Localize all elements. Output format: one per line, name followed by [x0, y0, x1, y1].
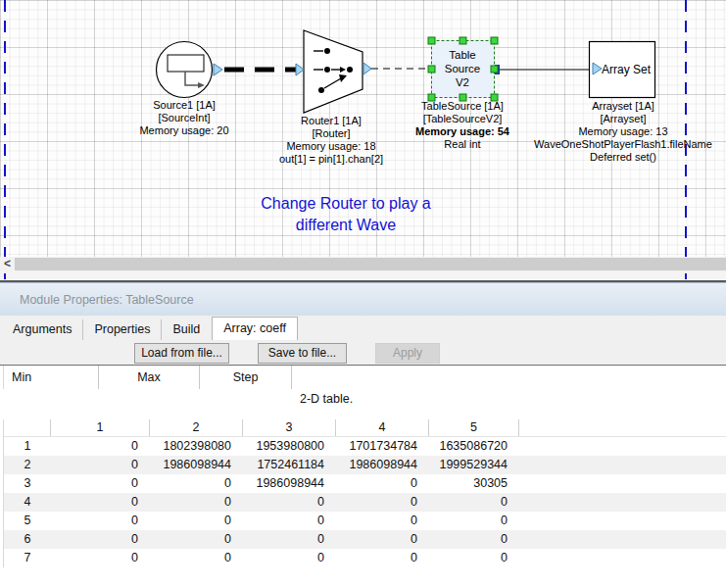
- table-cell[interactable]: 0: [336, 493, 429, 512]
- col-header: 4: [336, 419, 429, 436]
- col-header: 2: [150, 419, 243, 436]
- save-to-file-button[interactable]: Save to file...: [258, 343, 347, 364]
- table-row: 2 0 1986098944 1752461184 1986098944 199…: [4, 456, 726, 474]
- canvas-annotation[interactable]: Change Router to play a different Wave: [261, 193, 430, 236]
- row-header: 3: [4, 474, 51, 493]
- table-cell[interactable]: 0: [243, 512, 336, 530]
- file-button-row: Load from file... Save to file... Apply: [0, 340, 726, 366]
- horizontal-scrollbar[interactable]: <: [0, 257, 726, 271]
- tablesource-labels: TableSource [1A] [TableSourceV2] Memory …: [415, 100, 509, 151]
- row-header: 4: [4, 493, 51, 512]
- router-labels: Router1 [1A] [Router] Memory usage: 18 o…: [279, 115, 383, 166]
- table-cell[interactable]: 0: [429, 530, 519, 549]
- column-header-row: 1 2 3 4 5: [4, 419, 726, 437]
- table-cell[interactable]: 1953980800: [243, 437, 336, 456]
- col-header: 3: [243, 419, 336, 436]
- table-cell[interactable]: 1701734784: [336, 437, 429, 456]
- table-cell[interactable]: 0: [243, 549, 336, 567]
- tab-bar: Arguments Properties Build Array: coeff: [0, 316, 726, 340]
- table-cell[interactable]: 0: [150, 512, 243, 530]
- max-header: Max: [99, 366, 200, 389]
- arrayset-labels: Arrayset [1A] [Arrayset] Memory usage: 1…: [534, 100, 712, 164]
- col-header: 5: [429, 419, 519, 436]
- min-header: Min: [4, 366, 99, 389]
- table-cell[interactable]: 1999529344: [429, 456, 519, 474]
- table-cell[interactable]: 0: [51, 437, 150, 456]
- table-cell[interactable]: 0: [336, 512, 429, 530]
- table-cell[interactable]: 0: [150, 493, 243, 512]
- schematic-canvas[interactable]: Table Source V2 Array Set Source1 [1A] […: [0, 0, 726, 257]
- source-block[interactable]: [157, 42, 223, 98]
- table-cell[interactable]: 0: [51, 456, 150, 474]
- table-cell[interactable]: 0: [336, 549, 429, 567]
- row-header: 7: [4, 549, 51, 567]
- table-cell[interactable]: 0: [51, 549, 150, 567]
- panel-title-bar: Module Properties: TableSource: [0, 282, 726, 317]
- table-cell[interactable]: 1752461184: [243, 456, 336, 474]
- arrayset-body-text: Array Set: [602, 63, 651, 76]
- table-cell[interactable]: 0: [243, 493, 336, 512]
- table-cell[interactable]: 0: [243, 530, 336, 549]
- panel-title: Module Properties: TableSource: [0, 283, 726, 317]
- table-cell[interactable]: 0: [51, 530, 150, 549]
- table-cell[interactable]: 0: [51, 493, 150, 512]
- tab-build[interactable]: Build: [162, 319, 211, 340]
- source-labels: Source1 [1A] [SourceInt] Memory usage: 2…: [139, 99, 228, 137]
- table-cell[interactable]: 0: [51, 512, 150, 530]
- table-cell[interactable]: 1986098944: [150, 456, 243, 474]
- source-output-port: [214, 64, 222, 75]
- table-cell[interactable]: 0: [150, 549, 243, 567]
- tab-properties[interactable]: Properties: [83, 319, 162, 340]
- page-boundary-tick-right: [685, 273, 687, 279]
- router-output-port: [363, 63, 371, 74]
- router-input-port: [296, 64, 304, 75]
- table-cell[interactable]: 0: [51, 474, 150, 493]
- table-cell[interactable]: 30305: [429, 474, 519, 493]
- table-cell[interactable]: 0: [336, 474, 429, 493]
- table-cell[interactable]: 1986098944: [243, 474, 336, 493]
- col-header: 1: [51, 419, 150, 436]
- table-cell[interactable]: 0: [429, 493, 519, 512]
- apply-button[interactable]: Apply: [375, 343, 440, 364]
- table-row: 4 0 0 0 0 0: [4, 493, 726, 512]
- table-row: 5 0 0 0 0 0: [4, 512, 726, 530]
- table-cell[interactable]: 0: [150, 530, 243, 549]
- row-header: 2: [4, 456, 51, 474]
- table-row: 6 0 0 0 0 0: [4, 530, 726, 549]
- tab-arguments[interactable]: Arguments: [2, 319, 83, 340]
- param-header-row: Min Max Step: [3, 366, 726, 389]
- row-header: 1: [4, 437, 51, 456]
- tablesource-body-text: Table Source V2: [445, 48, 480, 89]
- table-row: 3 0 0 1986098944 0 30305: [4, 474, 726, 493]
- scrollbar-thumb[interactable]: [15, 258, 726, 270]
- table-cell[interactable]: 1986098944: [336, 456, 429, 474]
- application-window: Table Source V2 Array Set Source1 [1A] […: [0, 0, 726, 588]
- table-cell[interactable]: 0: [429, 549, 519, 567]
- scroll-left-icon[interactable]: <: [0, 257, 15, 271]
- page-boundary-tick-left: [4, 273, 6, 279]
- table-cell[interactable]: 1802398080: [150, 437, 243, 456]
- table-cell[interactable]: 1635086720: [429, 437, 519, 456]
- row-header: 5: [4, 512, 51, 530]
- table-cell[interactable]: 0: [336, 530, 429, 549]
- step-header: Step: [200, 366, 292, 389]
- table-row: 7 0 0 0 0 0: [4, 549, 726, 567]
- array-editor: Min Max Step 2-D table. 1 2 3 4 5 1 0 18…: [0, 366, 726, 588]
- table-caption: 2-D table.: [0, 389, 726, 411]
- table-cell[interactable]: 0: [150, 474, 243, 493]
- table-row: 1 0 1802398080 1953980800 1701734784 163…: [4, 437, 726, 456]
- router-block[interactable]: [296, 30, 371, 113]
- corner-cell: [4, 419, 51, 436]
- coeff-table: 1 2 3 4 5 1 0 1802398080 1953980800 1701…: [3, 419, 726, 567]
- load-from-file-button[interactable]: Load from file...: [134, 343, 229, 364]
- canvas-panel-divider: [0, 271, 726, 282]
- tab-array-coeff[interactable]: Array: coeff: [212, 317, 298, 340]
- row-header: 6: [4, 530, 51, 549]
- table-cell[interactable]: 0: [429, 512, 519, 530]
